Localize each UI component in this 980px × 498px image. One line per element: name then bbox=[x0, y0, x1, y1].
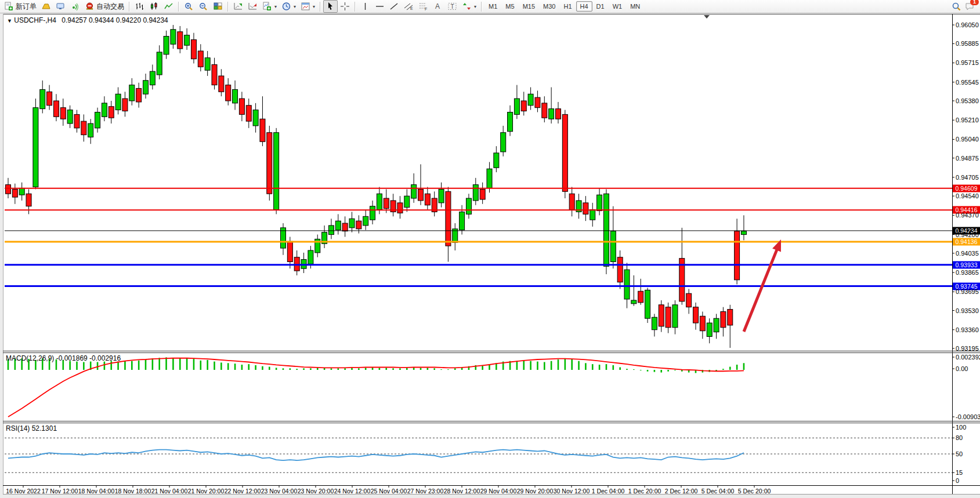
chevron-down-icon: ▾ bbox=[294, 4, 296, 9]
auto-trading-label: 自动交易 bbox=[96, 2, 124, 12]
chart-window-button[interactable] bbox=[39, 0, 53, 13]
toolbar-separator bbox=[227, 2, 229, 12]
search-icon[interactable] bbox=[952, 2, 961, 11]
arrows-icon bbox=[462, 2, 472, 11]
price-line-badge[interactable]: 0.94136 bbox=[953, 238, 980, 246]
cursor-icon bbox=[326, 2, 335, 11]
new-chart-button[interactable]: ▾ bbox=[260, 0, 279, 13]
price-line-badge[interactable]: 0.94234 bbox=[953, 227, 980, 234]
auto-trading-button[interactable]: 自动交易 bbox=[82, 0, 126, 13]
newchart-icon bbox=[262, 2, 272, 11]
labelT-icon: T bbox=[447, 2, 457, 11]
zoom-in-button[interactable] bbox=[182, 0, 196, 13]
timeframe-M1[interactable]: M1 bbox=[484, 1, 501, 12]
chevron-down-icon: ▾ bbox=[274, 4, 277, 9]
timeframe-M5[interactable]: M5 bbox=[501, 1, 518, 12]
toolbar-separator bbox=[481, 2, 482, 12]
toolbar-separator bbox=[129, 2, 130, 12]
chart-canvas[interactable] bbox=[0, 0, 980, 498]
signals-button[interactable] bbox=[68, 0, 82, 13]
chat-icon[interactable]: 1 bbox=[965, 2, 975, 11]
timeframe-M15[interactable]: M15 bbox=[519, 1, 539, 12]
clock-icon bbox=[281, 2, 291, 11]
svg-text:F: F bbox=[425, 7, 427, 11]
terminal-button[interactable] bbox=[53, 0, 68, 13]
tiles-icon bbox=[213, 2, 223, 11]
horizontal-line-button[interactable] bbox=[373, 0, 387, 13]
text-label-button[interactable]: T bbox=[445, 0, 460, 13]
textA-icon: A bbox=[433, 2, 443, 11]
svg-text:E: E bbox=[410, 6, 413, 10]
templates-button[interactable]: ▾ bbox=[298, 0, 317, 13]
price-line-badge[interactable]: 0.94416 bbox=[953, 206, 980, 214]
price-line-badge[interactable]: 0.93745 bbox=[953, 282, 980, 290]
signals-icon bbox=[70, 2, 80, 11]
trend-icon bbox=[389, 2, 399, 11]
price-line-badge[interactable]: 0.94609 bbox=[953, 184, 980, 192]
arrows-button[interactable]: ▾ bbox=[460, 0, 479, 13]
timeframe-H1[interactable]: H1 bbox=[559, 1, 576, 12]
vertical-line-button[interactable] bbox=[358, 0, 373, 13]
bar-chart-button[interactable] bbox=[132, 0, 147, 13]
periods-button[interactable]: ▾ bbox=[279, 0, 298, 13]
zoom-out-button[interactable] bbox=[196, 0, 211, 13]
main-toolbar: 新订单自动交易▾▾▾EFAT▾M1M5M15M30H1H4D1W1MN 1 bbox=[0, 0, 980, 13]
tile-windows-button[interactable] bbox=[211, 0, 225, 13]
indup-icon bbox=[233, 2, 243, 11]
price-line-badge[interactable]: 0.93933 bbox=[953, 261, 980, 268]
channel-icon: E bbox=[404, 2, 414, 11]
timeframe-W1[interactable]: W1 bbox=[609, 1, 627, 12]
timeframe-M30[interactable]: M30 bbox=[539, 1, 559, 12]
timeframe-H4[interactable]: H4 bbox=[576, 1, 592, 12]
toolbar-right-group: 1 bbox=[952, 2, 978, 11]
svg-text:A: A bbox=[435, 2, 440, 10]
text-button[interactable]: A bbox=[431, 0, 445, 13]
terminal-icon bbox=[56, 2, 66, 11]
zoomin-icon bbox=[184, 2, 194, 11]
inddown-icon bbox=[248, 2, 258, 11]
candles-icon bbox=[149, 2, 159, 11]
autotrade-icon bbox=[85, 2, 95, 11]
toolbar-separator bbox=[178, 2, 179, 12]
crosshair-icon bbox=[340, 2, 350, 11]
new-order-label: 新订单 bbox=[16, 2, 37, 12]
new-order-button[interactable]: 新订单 bbox=[2, 0, 39, 13]
timeframe-D1[interactable]: D1 bbox=[592, 1, 609, 12]
vline-icon bbox=[360, 2, 370, 11]
notification-badge: 1 bbox=[970, 0, 979, 5]
template-icon bbox=[301, 2, 310, 11]
hline-icon bbox=[375, 2, 385, 11]
equidistant-channel-button[interactable]: E bbox=[402, 0, 416, 13]
chevron-down-icon: ▾ bbox=[313, 4, 315, 9]
timeframe-MN[interactable]: MN bbox=[626, 1, 644, 12]
new-order-icon bbox=[4, 2, 14, 11]
trendline-button[interactable] bbox=[387, 0, 402, 13]
zoomout-icon bbox=[198, 2, 208, 11]
linechart-icon bbox=[164, 2, 173, 11]
fibonacci-button[interactable]: F bbox=[416, 0, 431, 13]
cursor-button[interactable] bbox=[323, 0, 338, 13]
svg-text:T: T bbox=[451, 3, 454, 10]
indicators-up-button[interactable] bbox=[231, 0, 245, 13]
toolbar-separator bbox=[355, 2, 356, 12]
candlestick-chart-button[interactable] bbox=[147, 0, 161, 13]
fibo-icon: F bbox=[418, 2, 428, 11]
crosshair-button[interactable] bbox=[338, 0, 352, 13]
chevron-down-icon: ▾ bbox=[474, 4, 476, 9]
toolbar-separator bbox=[320, 2, 321, 12]
line-chart-button[interactable] bbox=[161, 0, 176, 13]
chart-yellow-icon bbox=[41, 2, 51, 11]
bars-icon bbox=[135, 2, 144, 11]
indicators-down-button[interactable] bbox=[245, 0, 260, 13]
